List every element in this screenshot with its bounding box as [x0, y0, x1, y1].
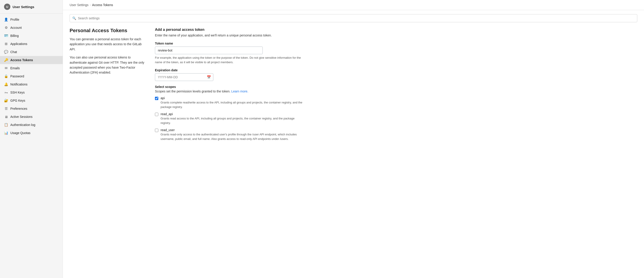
- scope-name-api: api: [160, 96, 304, 100]
- scope-checkbox-api[interactable]: [155, 97, 158, 100]
- sidebar-label-account: Account: [10, 26, 22, 30]
- sidebar-title: User Settings: [12, 5, 34, 9]
- scopes-title: Select scopes: [155, 85, 637, 89]
- add-token-subtitle: Enter the name of your application, and …: [155, 34, 637, 37]
- right-panel: Add a personal access token Enter the na…: [155, 28, 637, 144]
- sidebar-nav: 👤Profile⚙Account🪪Billing⊞Applications💬Ch…: [0, 14, 63, 139]
- sidebar-icon-ssh-keys: 🗝: [4, 90, 8, 94]
- breadcrumb: User Settings › Access Tokens: [63, 0, 644, 10]
- scopes-learn-more-link[interactable]: Learn more.: [231, 89, 248, 93]
- sidebar-item-ssh-keys[interactable]: 🗝SSH Keys: [0, 88, 63, 96]
- main-content: User Settings › Access Tokens 🔍 Personal…: [63, 0, 644, 278]
- scope-desc-read_user: Grants read-only access to the authentic…: [160, 132, 304, 141]
- sidebar-item-billing[interactable]: 🪪Billing: [0, 32, 63, 40]
- scopes-list: apiGrants complete read/write access to …: [155, 96, 637, 141]
- sidebar-label-ssh-keys: SSH Keys: [10, 91, 25, 94]
- search-bar-container: 🔍: [63, 10, 644, 22]
- sidebar-item-active-sessions[interactable]: 🖥Active Sessions: [0, 113, 63, 121]
- sidebar-item-emails[interactable]: ✉Emails: [0, 64, 63, 72]
- sidebar-item-profile[interactable]: 👤Profile: [0, 16, 63, 24]
- sidebar-label-usage-quotas: Usage Quotas: [10, 131, 30, 135]
- description-para2: You can also use personal access tokens …: [70, 55, 146, 75]
- token-name-hint: For example, the application using the t…: [155, 56, 308, 64]
- sidebar-item-account[interactable]: ⚙Account: [0, 24, 63, 32]
- sidebar-label-preferences: Preferences: [10, 107, 27, 110]
- breadcrumb-separator: ›: [90, 3, 91, 7]
- sidebar-icon-password: 🔒: [4, 74, 8, 78]
- sidebar-icon-emails: ✉: [4, 66, 8, 70]
- sidebar-item-password[interactable]: 🔒Password: [0, 72, 63, 80]
- sidebar-icon-preferences: ☰: [4, 107, 8, 111]
- date-input-wrap: 📅: [155, 73, 213, 81]
- token-name-group: Token name For example, the application …: [155, 42, 637, 64]
- sidebar: U User Settings 👤Profile⚙Account🪪Billing…: [0, 0, 63, 278]
- sidebar-item-notifications[interactable]: 🔔Notifications: [0, 80, 63, 88]
- sidebar-icon-notifications: 🔔: [4, 82, 8, 86]
- content-area: Personal Access Tokens You can generate …: [63, 22, 644, 150]
- sidebar-label-billing: Billing: [10, 34, 19, 38]
- scope-desc-read_api: Grants read access to the API, including…: [160, 116, 304, 125]
- scope-info-api: apiGrants complete read/write access to …: [160, 96, 304, 109]
- sidebar-icon-gpg-keys: 🔐: [4, 98, 8, 103]
- sidebar-item-usage-quotas[interactable]: 📊Usage Quotas: [0, 129, 63, 137]
- scope-info-read_api: read_apiGrants read access to the API, i…: [160, 112, 304, 125]
- sidebar-icon-applications: ⊞: [4, 42, 8, 46]
- expiration-date-input[interactable]: [155, 73, 213, 81]
- breadcrumb-current: Access Tokens: [92, 3, 113, 7]
- sidebar-item-preferences[interactable]: ☰Preferences: [0, 105, 63, 113]
- sidebar-icon-active-sessions: 🖥: [4, 115, 8, 119]
- scopes-subtitle-text: Scopes set the permission levels granted…: [155, 89, 230, 93]
- scope-checkbox-read_api[interactable]: [155, 113, 158, 116]
- sidebar-icon-authentication-log: 📋: [4, 123, 8, 127]
- scope-name-read_user: read_user: [160, 128, 304, 132]
- scope-item-api: apiGrants complete read/write access to …: [155, 96, 637, 109]
- add-token-heading: Add a personal access token: [155, 28, 637, 32]
- sidebar-label-access-tokens: Access Tokens: [10, 58, 33, 62]
- avatar: U: [4, 4, 10, 10]
- scope-checkbox-read_user[interactable]: [155, 129, 158, 132]
- sidebar-label-chat: Chat: [10, 50, 17, 54]
- sidebar-icon-account: ⚙: [4, 26, 8, 30]
- sidebar-icon-billing: 🪪: [4, 34, 8, 38]
- scope-name-read_api: read_api: [160, 112, 304, 116]
- breadcrumb-parent[interactable]: User Settings: [70, 3, 88, 7]
- sidebar-label-gpg-keys: GPG Keys: [10, 99, 25, 102]
- scopes-section: Select scopes Scopes set the permission …: [155, 85, 637, 141]
- sidebar-item-access-tokens[interactable]: 🔑Access Tokens: [0, 56, 63, 64]
- description-para1: You can generate a personal access token…: [70, 37, 146, 52]
- sidebar-label-applications: Applications: [10, 42, 28, 46]
- sidebar-icon-profile: 👤: [4, 18, 8, 22]
- expiration-date-group: Expiration date 📅: [155, 68, 637, 81]
- sidebar-header: U User Settings: [0, 0, 63, 14]
- search-input-wrap: 🔍: [70, 14, 637, 22]
- token-name-label: Token name: [155, 42, 637, 45]
- sidebar-label-notifications: Notifications: [10, 83, 28, 86]
- sidebar-item-chat[interactable]: 💬Chat: [0, 48, 63, 56]
- sidebar-label-password: Password: [10, 74, 24, 78]
- search-icon: 🔍: [72, 17, 76, 20]
- search-input[interactable]: [70, 14, 637, 22]
- sidebar-icon-chat: 💬: [4, 50, 8, 54]
- sidebar-icon-access-tokens: 🔑: [4, 58, 8, 62]
- scope-desc-api: Grants complete read/write access to the…: [160, 100, 304, 109]
- token-name-input[interactable]: [155, 47, 263, 54]
- scope-info-read_user: read_userGrants read-only access to the …: [160, 128, 304, 141]
- sidebar-label-active-sessions: Active Sessions: [10, 115, 32, 118]
- scope-item-read_user: read_userGrants read-only access to the …: [155, 128, 637, 141]
- sidebar-item-applications[interactable]: ⊞Applications: [0, 40, 63, 48]
- sidebar-icon-usage-quotas: 📊: [4, 131, 8, 135]
- scopes-subtitle: Scopes set the permission levels granted…: [155, 89, 637, 93]
- expiration-label: Expiration date: [155, 68, 637, 72]
- left-panel: Personal Access Tokens You can generate …: [70, 28, 146, 144]
- sidebar-label-emails: Emails: [10, 66, 20, 70]
- sidebar-label-authentication-log: Authentication log: [10, 123, 35, 127]
- page-title: Personal Access Tokens: [70, 28, 146, 34]
- sidebar-item-gpg-keys[interactable]: 🔐GPG Keys: [0, 96, 63, 105]
- sidebar-item-authentication-log[interactable]: 📋Authentication log: [0, 121, 63, 129]
- scope-item-read_api: read_apiGrants read access to the API, i…: [155, 112, 637, 125]
- sidebar-label-profile: Profile: [10, 18, 19, 21]
